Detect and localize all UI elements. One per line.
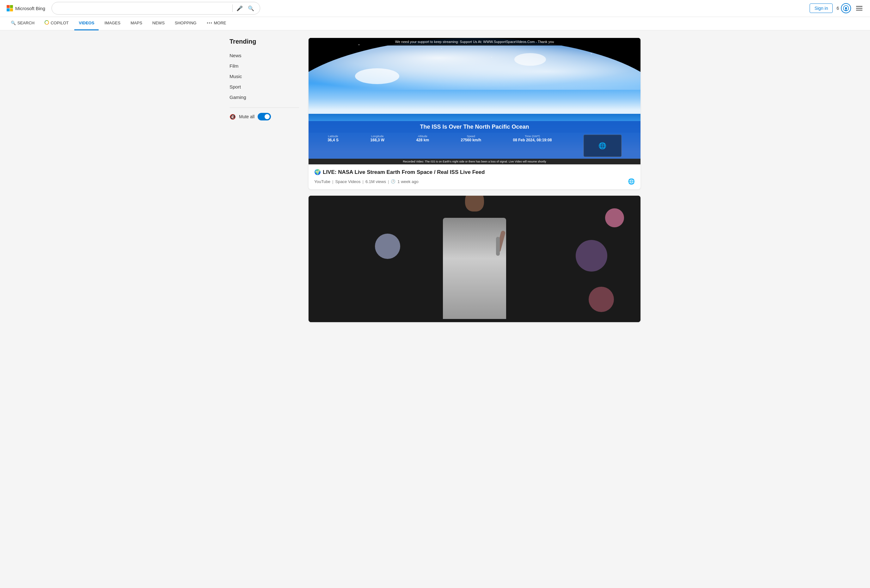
hamburger-line-2 xyxy=(856,8,863,9)
mic-icon: 🎤 xyxy=(237,5,243,11)
iss-channel: Space Videos xyxy=(335,179,361,184)
iss-speed-value: 27560 km/h xyxy=(460,138,481,142)
svg-rect-2 xyxy=(7,9,9,11)
search-input[interactable] xyxy=(56,6,230,11)
nav-news-label: NEWS xyxy=(152,21,165,25)
videos-area: We need your support to keep streaming: … xyxy=(308,38,641,329)
nav-item-news[interactable]: NEWS xyxy=(148,16,169,30)
nav-item-shopping[interactable]: SHOPPING xyxy=(170,16,201,30)
hamburger-menu-button[interactable] xyxy=(855,5,864,12)
more-dots-icon: ⋯ xyxy=(206,19,212,26)
mute-all-row: 🔇 Mute all xyxy=(229,113,299,121)
nav-shopping-label: SHOPPING xyxy=(175,21,197,25)
logo-link[interactable]: Microsoft Bing xyxy=(6,5,45,12)
svg-rect-5 xyxy=(845,10,847,10)
nav-item-maps[interactable]: MAPS xyxy=(126,16,147,30)
iss-time-label: Time (GMT) xyxy=(513,135,552,138)
iss-thumbnail-bg: We need your support to keep streaming: … xyxy=(308,38,641,164)
iss-source: YouTube xyxy=(314,179,330,184)
mute-icon: 🔇 xyxy=(229,114,236,120)
sidebar: Trending News Film Music Sport Gaming 🔇 … xyxy=(229,38,299,329)
video-thumbnail-iss[interactable]: We need your support to keep streaming: … xyxy=(308,38,641,164)
earth-curve xyxy=(308,38,641,114)
nav-item-images[interactable]: IMAGES xyxy=(100,16,125,30)
meta-sep-3: | xyxy=(388,179,389,184)
hamburger-line-3 xyxy=(856,10,863,10)
rewards-area: 6 xyxy=(836,3,851,13)
iss-views: 6.1M views xyxy=(365,179,386,184)
iss-alt-label: Altitude xyxy=(416,135,429,138)
logo-text: Microsoft Bing xyxy=(15,6,45,11)
trophy-icon xyxy=(843,5,849,11)
iss-lat-value: 36,4 S xyxy=(328,138,338,142)
iss-stats-bar: Latitude 36,4 S Longitude 168,3 W Altitu… xyxy=(308,133,641,159)
search-bar: 🎤 🔍 xyxy=(52,2,260,15)
svg-rect-0 xyxy=(7,5,9,8)
search-nav-icon: 🔍 xyxy=(11,21,16,25)
iss-video-meta: YouTube | Space Videos | 6.1M views | 🕐 … xyxy=(314,178,635,185)
rewards-icon[interactable] xyxy=(841,3,851,13)
sidebar-item-film[interactable]: Film xyxy=(229,61,299,71)
video-card-iss: We need your support to keep streaming: … xyxy=(308,38,641,189)
header: Microsoft Bing 🎤 🔍 Sign in 6 xyxy=(0,0,870,16)
nav-item-videos[interactable]: VIDEOS xyxy=(74,16,98,30)
iss-overlay-bottom: The ISS Is Over The North Pacific Ocean … xyxy=(308,121,641,164)
iss-lon-value: 168,3 W xyxy=(370,138,384,142)
mic-button[interactable]: 🎤 xyxy=(235,4,244,13)
concert-thumbnail-bg xyxy=(308,196,641,322)
iss-recorded-bar: Recorded Video: The ISS is on Earth's ni… xyxy=(308,159,641,164)
sidebar-divider xyxy=(229,107,299,108)
hamburger-line-1 xyxy=(856,6,863,7)
search-button[interactable]: 🔍 xyxy=(247,4,255,13)
main-content: Trending News Film Music Sport Gaming 🔇 … xyxy=(223,30,647,336)
circle-left xyxy=(375,234,400,259)
copilot-nav-icon xyxy=(45,20,49,25)
nav-search-label: SEARCH xyxy=(17,21,34,25)
iss-lat-label: Latitude xyxy=(328,135,338,138)
nav-item-copilot[interactable]: COPILOT xyxy=(40,16,73,30)
nav-videos-label: VIDEOS xyxy=(79,21,94,25)
iss-alt-value: 428 km xyxy=(416,138,429,142)
video-card-concert xyxy=(308,196,641,322)
external-link-button-iss[interactable]: 🌐 xyxy=(628,178,635,185)
nav-maps-label: MAPS xyxy=(131,21,142,25)
circle-right-mid xyxy=(576,240,607,272)
iss-recorded-text: Recorded Video: The ISS is on Earth's ni… xyxy=(403,160,546,163)
nav-bar: 🔍 SEARCH COPILOT VIDEOS IMAGES xyxy=(0,16,870,30)
copilot-icon xyxy=(45,20,49,25)
sidebar-item-news[interactable]: News xyxy=(229,50,299,61)
sign-in-button[interactable]: Sign in xyxy=(810,3,833,13)
sidebar-item-music[interactable]: Music xyxy=(229,71,299,82)
iss-speed-label: Speed xyxy=(460,135,481,138)
iss-time-value: 08 Feb 2024, 08:19:08 xyxy=(513,138,552,142)
iss-title-text: The ISS Is Over The North Pacific Ocean xyxy=(420,124,529,130)
iss-stat-altitude: Altitude 428 km xyxy=(416,135,429,157)
search-icon: 🔍 xyxy=(248,5,254,11)
iss-video-title: 🌍 LIVE: NASA Live Stream Earth From Spac… xyxy=(314,169,635,176)
iss-stat-latitude: Latitude 36,4 S xyxy=(328,135,338,157)
video-thumbnail-concert[interactable] xyxy=(308,196,641,322)
nav-item-search[interactable]: 🔍 SEARCH xyxy=(6,16,39,30)
nav-copilot-label: COPILOT xyxy=(51,21,69,25)
iss-title-emoji: 🌍 xyxy=(314,169,321,176)
microsoft-logo-icon xyxy=(6,5,13,12)
header-right: Sign in 6 xyxy=(810,3,864,13)
iss-stat-speed: Speed 27560 km/h xyxy=(460,135,481,157)
sidebar-item-gaming[interactable]: Gaming xyxy=(229,92,299,103)
nav-item-more[interactable]: ⋯ MORE xyxy=(202,16,231,30)
iss-minimap: 🌐 xyxy=(584,135,621,157)
sidebar-item-sport[interactable]: Sport xyxy=(229,82,299,92)
iss-stat-longitude: Longitude 168,3 W xyxy=(370,135,384,157)
iss-lon-label: Longitude xyxy=(370,135,384,138)
concert-mic xyxy=(496,237,500,256)
concert-person-container xyxy=(443,205,506,319)
iss-stat-time: Time (GMT) 08 Feb 2024, 08:19:08 xyxy=(513,135,552,157)
iss-time-ago: 1 week ago xyxy=(398,179,419,184)
mute-all-toggle[interactable] xyxy=(258,113,271,121)
meta-sep-1: | xyxy=(332,179,333,184)
svg-point-6 xyxy=(45,20,49,24)
trending-title: Trending xyxy=(229,38,299,45)
svg-rect-1 xyxy=(10,5,13,8)
svg-rect-3 xyxy=(10,9,13,11)
clock-icon: 🕐 xyxy=(391,179,395,184)
